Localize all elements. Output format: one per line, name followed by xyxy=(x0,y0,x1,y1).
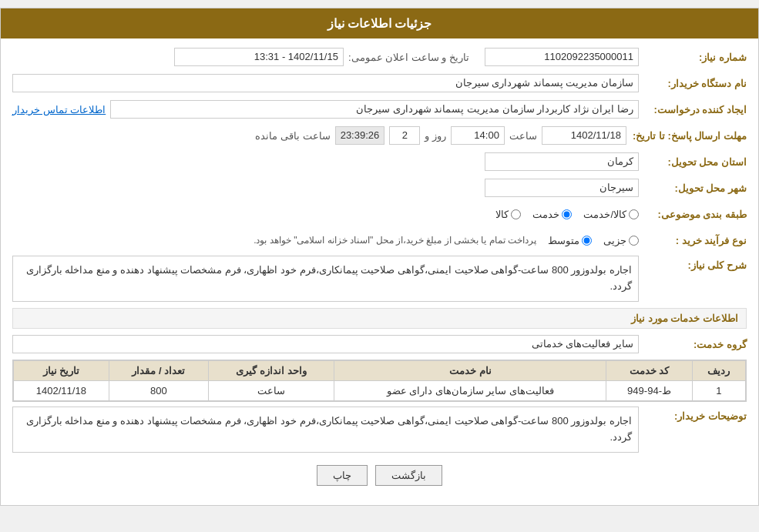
noeFarayand-label: نوع فرآیند خرید : xyxy=(639,235,747,246)
tabaqe-label: طبقه بندی موضوعی: xyxy=(639,209,747,220)
col-tarikh: تاریخ نیاز xyxy=(14,361,109,381)
tarikh-label: تاریخ و ساعت اعلان عمومی: xyxy=(348,52,469,63)
tabaqe-khadamat-item[interactable]: خدمت xyxy=(532,209,572,220)
goruh-value: سایر فعالیت‌های خدماتی xyxy=(12,335,639,353)
noeFarayand-desc: پرداخت تمام یا بخشی از مبلغ خرید،از محل … xyxy=(254,235,536,246)
shahr-value: سیرجان xyxy=(485,179,639,197)
tabaqe-kala-radio[interactable] xyxy=(511,209,521,219)
page-header: جزئیات اطلاعات نیاز xyxy=(1,8,758,38)
noeFarayand-jozi-label: جزیی xyxy=(603,235,626,246)
mohlat-saat-label: ساعت xyxy=(509,130,537,142)
namDastgah-label: نام دستگاه خریدار: xyxy=(639,78,747,89)
mohlat-label: مهلت ارسال پاسخ: تا تاریخ: xyxy=(626,130,747,142)
namDastgah-value: سازمان مدیریت پسماند شهرداری سیرجان xyxy=(12,74,639,92)
mohlat-time: 23:39:26 xyxy=(335,126,385,145)
noeFarayand-motavasset-label: متوسط xyxy=(548,235,579,246)
back-button[interactable]: بازگشت xyxy=(375,465,442,486)
tabaqe-kala-label: کالا xyxy=(495,209,509,220)
shomareNiaz-value: 1102092235000011 xyxy=(485,48,639,66)
shahr-label: شهر محل تحویل: xyxy=(639,182,747,194)
noeFarayand-jozi-radio[interactable] xyxy=(629,236,639,246)
mohlat-saat: 14:00 xyxy=(451,126,505,145)
col-vahed: واحد اندازه گیری xyxy=(209,361,334,381)
ejadKonande-link[interactable]: اطلاعات تماس خریدار xyxy=(12,104,106,115)
print-button[interactable]: چاپ xyxy=(317,465,368,486)
tabaqe-khadamat-radio[interactable] xyxy=(562,209,572,219)
mohlat-date: 1402/11/18 xyxy=(542,126,626,145)
col-kodKhadamat: کد خدمت xyxy=(606,361,692,381)
cell-namKhadamat: فعالیت‌های سایر سازمان‌های دارای عضو xyxy=(334,381,606,401)
cell-tarikh: 1402/11/18 xyxy=(14,381,109,401)
tabaqe-radio-group: کالا خدمت کالا/خدمت xyxy=(12,209,639,220)
noeFarayand-motavasset-radio[interactable] xyxy=(582,236,592,246)
khadamat-section-title: اطلاعات خدمات مورد نیاز xyxy=(12,308,747,329)
ostan-value: کرمان xyxy=(485,152,639,171)
ejadKonande-label: ایجاد کننده درخواست: xyxy=(639,104,747,115)
cell-vahed: ساعت xyxy=(209,381,334,401)
tosihKharidar-value: اجاره بولدوزور 800 ساعت-گواهی صلاحیت ایم… xyxy=(12,407,639,453)
tabaqe-kala-khadamat-radio[interactable] xyxy=(629,209,639,219)
sharhKoli-label: شرح کلی نیاز: xyxy=(639,256,747,271)
tabaqe-kala-khadamat-item[interactable]: کالا/خدمت xyxy=(583,209,639,220)
goruh-label: گروه خدمت: xyxy=(639,339,747,350)
footer-buttons: بازگشت چاپ xyxy=(12,457,747,497)
services-table: ردیف کد خدمت نام خدمت واحد اندازه گیری ت… xyxy=(13,360,746,401)
cell-kodKhadamat: ط-94-949 xyxy=(606,381,692,401)
ostan-label: استان محل تحویل: xyxy=(639,156,747,168)
mohlat-baghimande-label: ساعت باقی مانده xyxy=(255,130,330,142)
noeFarayand-motavasset-item[interactable]: متوسط xyxy=(548,235,592,246)
mohlat-rooz-label: روز و xyxy=(425,130,446,142)
col-tedad: تعداد / مقدار xyxy=(109,361,208,381)
tarikh-value: 1402/11/15 - 13:31 xyxy=(174,48,344,66)
cell-radif: 1 xyxy=(692,381,745,401)
cell-tedad: 800 xyxy=(109,381,208,401)
header-title: جزئیات اطلاعات نیاز xyxy=(327,17,432,30)
ejadKonande-value: رضا ایران نژاد کاربردار سازمان مدیریت پس… xyxy=(110,100,639,119)
tosihKharidar-label: توضیحات خریدار: xyxy=(639,407,747,422)
services-table-container: ردیف کد خدمت نام خدمت واحد اندازه گیری ت… xyxy=(12,360,747,402)
tabaqe-kala-item[interactable]: کالا xyxy=(495,209,521,220)
sharhKoli-value: اجاره بولدوزور 800 ساعت-گواهی صلاحیت ایم… xyxy=(12,256,639,302)
tabaqe-kala-khadamat-label: کالا/خدمت xyxy=(583,209,626,220)
col-radif: ردیف xyxy=(692,361,745,381)
mohlat-rooz: 2 xyxy=(389,126,420,145)
tabaqe-khadamat-label: خدمت xyxy=(532,209,559,220)
col-namKhadamat: نام خدمت xyxy=(334,361,606,381)
noeFarayand-jozi-item[interactable]: جزیی xyxy=(603,235,639,246)
shomareNiaz-label: شماره نیاز: xyxy=(639,52,747,63)
table-row: 1 ط-94-949 فعالیت‌های سایر سازمان‌های دا… xyxy=(14,381,746,401)
